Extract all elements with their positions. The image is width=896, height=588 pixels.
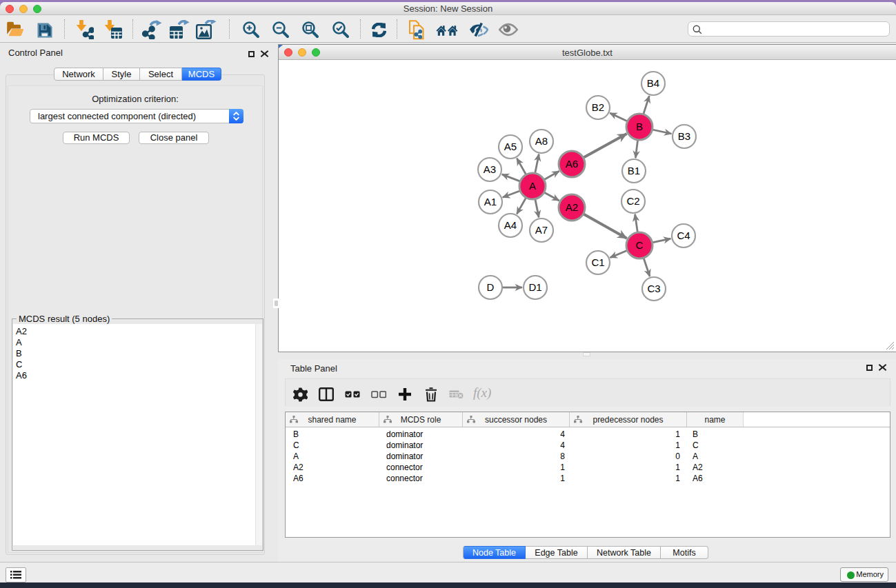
svg-text:B: B <box>636 121 643 132</box>
svg-text:A7: A7 <box>535 224 548 236</box>
svg-text:B2: B2 <box>592 101 604 113</box>
svg-text:A5: A5 <box>504 141 517 152</box>
svg-text:D1: D1 <box>528 281 541 293</box>
svg-text:A6: A6 <box>566 158 578 170</box>
svg-text:C1: C1 <box>591 256 604 268</box>
svg-text:B3: B3 <box>678 130 690 142</box>
svg-text:A4: A4 <box>504 219 517 231</box>
svg-text:A8: A8 <box>535 135 548 147</box>
svg-text:B4: B4 <box>647 77 659 89</box>
svg-text:C4: C4 <box>677 230 690 241</box>
svg-text:A: A <box>529 180 536 192</box>
svg-text:A3: A3 <box>484 163 496 175</box>
svg-text:A2: A2 <box>566 201 578 213</box>
svg-text:D: D <box>487 281 495 293</box>
svg-text:C2: C2 <box>626 195 639 207</box>
svg-text:A1: A1 <box>484 196 497 207</box>
svg-text:C: C <box>636 239 644 251</box>
svg-text:B1: B1 <box>628 165 640 176</box>
svg-text:C3: C3 <box>647 283 660 294</box>
